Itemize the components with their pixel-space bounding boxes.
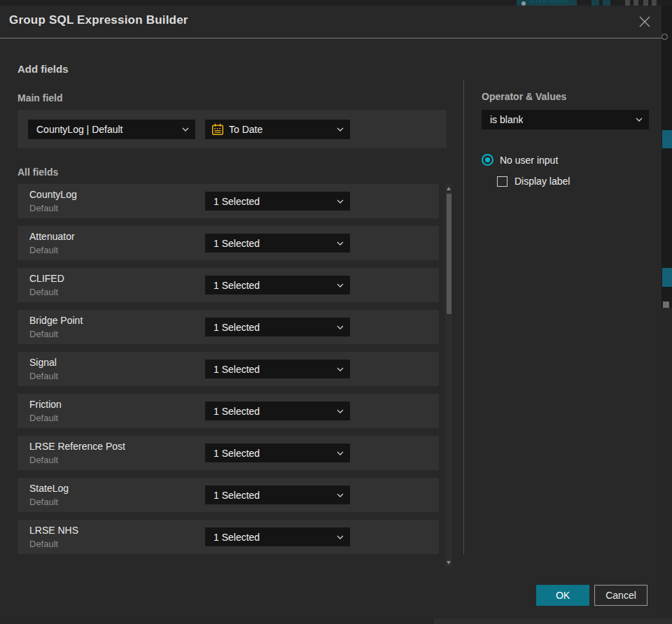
main-field-panel: CountyLog | Default To Date	[18, 110, 447, 148]
field-row: CLIFED Default 1 Selected	[18, 268, 439, 302]
chevron-down-icon	[337, 367, 344, 371]
background-fragment	[434, 618, 672, 624]
main-field-heading: Main field	[18, 92, 63, 104]
live-view-label: Live view	[531, 0, 568, 5]
display-label-checkbox-row[interactable]: Display label	[497, 176, 570, 187]
chevron-down-icon	[337, 283, 344, 288]
field-values-dropdown-value: 1 Selected	[214, 448, 260, 459]
no-user-input-radio[interactable]: No user input	[482, 154, 558, 166]
operator-select[interactable]: is blank	[482, 110, 649, 129]
field-values-dropdown[interactable]: 1 Selected	[205, 276, 350, 295]
cancel-button[interactable]: Cancel	[594, 585, 648, 606]
operator-values-heading: Operator & Values	[482, 91, 566, 102]
dialog-title: Group SQL Expression Builder	[9, 13, 188, 27]
date-type-select-value: To Date	[229, 124, 262, 135]
add-fields-heading: Add fields	[18, 63, 69, 75]
date-type-select[interactable]: To Date	[205, 120, 350, 139]
toolbar-fragment	[643, 0, 648, 6]
chevron-down-icon	[337, 199, 344, 204]
field-values-dropdown-value: 1 Selected	[214, 322, 260, 333]
field-name: StateLog	[29, 483, 69, 494]
field-values-dropdown-value: 1 Selected	[214, 490, 260, 501]
background-fragment	[662, 130, 672, 148]
all-fields-list: CountyLog Default 1 Selected Attenuator …	[18, 184, 439, 562]
group-sql-expression-builder-dialog: Group SQL Expression Builder Add fields …	[0, 6, 662, 618]
field-sublabel: Default	[29, 329, 58, 339]
field-sublabel: Default	[29, 455, 58, 465]
field-name: CountyLog	[29, 189, 77, 200]
chevron-down-icon	[337, 493, 344, 497]
chevron-down-icon	[337, 451, 344, 455]
chevron-down-icon	[337, 325, 344, 329]
close-button[interactable]	[636, 13, 654, 31]
toolbar-fragment	[592, 0, 599, 6]
radio-selected-icon[interactable]	[482, 154, 493, 166]
field-values-dropdown-value: 1 Selected	[214, 364, 260, 375]
live-view-button[interactable]: Live view	[517, 0, 577, 6]
toolbar-fragment	[625, 0, 630, 6]
calendar-icon	[211, 123, 224, 136]
panel-divider	[463, 80, 464, 555]
field-name: Attenuator	[29, 231, 75, 242]
field-values-dropdown[interactable]: 1 Selected	[205, 402, 350, 420]
all-fields-heading: All fields	[18, 166, 58, 178]
toolbar-fragment	[603, 0, 610, 6]
field-name: CLIFED	[29, 273, 64, 284]
scrollbar-up-arrow-icon[interactable]	[447, 187, 451, 190]
main-field-select[interactable]: CountyLog | Default	[28, 120, 195, 139]
field-values-dropdown[interactable]: 1 Selected	[205, 485, 350, 504]
toolbar-fragment	[652, 0, 657, 6]
background-fragment	[662, 268, 672, 287]
screen: Live view Group SQL Expression Builder A…	[0, 0, 672, 624]
field-sublabel: Default	[29, 203, 58, 213]
field-values-dropdown-value: 1 Selected	[214, 196, 260, 207]
field-values-dropdown[interactable]: 1 Selected	[205, 318, 350, 336]
list-scrollbar[interactable]	[445, 184, 452, 567]
field-values-dropdown[interactable]: 1 Selected	[205, 192, 350, 211]
field-sublabel: Default	[29, 413, 58, 423]
field-values-dropdown-value: 1 Selected	[214, 280, 260, 291]
no-user-input-label: No user input	[500, 155, 558, 166]
field-values-dropdown[interactable]: 1 Selected	[205, 527, 350, 546]
chevron-down-icon	[182, 127, 189, 132]
field-row: CountyLog Default 1 Selected	[18, 184, 439, 218]
field-name: LRSE NHS	[29, 525, 78, 536]
field-row: LRSE Reference Post Default 1 Selected	[18, 436, 439, 470]
field-row: LRSE NHS Default 1 Selected	[18, 520, 439, 554]
field-row: Signal Default 1 Selected	[18, 352, 439, 386]
field-sublabel: Default	[29, 245, 58, 255]
close-icon	[638, 15, 652, 29]
chevron-down-icon	[337, 409, 344, 413]
field-sublabel: Default	[29, 287, 58, 297]
field-sublabel: Default	[29, 539, 58, 549]
background-fragment	[662, 34, 668, 40]
background-fragment	[663, 302, 669, 308]
field-sublabel: Default	[29, 497, 58, 507]
background-app-toolbar: Live view	[0, 0, 672, 6]
field-name: LRSE Reference Post	[29, 441, 125, 452]
display-label-label: Display label	[514, 176, 570, 187]
field-values-dropdown-value: 1 Selected	[214, 532, 260, 543]
field-row: Bridge Point Default 1 Selected	[18, 310, 439, 344]
scrollbar-down-arrow-icon[interactable]	[447, 561, 451, 565]
ok-button[interactable]: OK	[536, 585, 589, 606]
field-name: Friction	[29, 399, 62, 410]
field-name: Signal	[29, 357, 57, 368]
field-values-dropdown[interactable]: 1 Selected	[205, 234, 350, 253]
field-values-dropdown-value: 1 Selected	[214, 406, 260, 417]
field-row: Friction Default 1 Selected	[18, 394, 439, 428]
main-field-select-value: CountyLog | Default	[36, 124, 123, 135]
scrollbar-thumb[interactable]	[447, 194, 451, 314]
chevron-down-icon	[636, 118, 643, 122]
chevron-down-icon	[337, 535, 344, 539]
field-values-dropdown[interactable]: 1 Selected	[205, 444, 350, 462]
chevron-down-icon	[337, 241, 344, 246]
field-values-dropdown[interactable]: 1 Selected	[205, 360, 350, 378]
dialog-header: Group SQL Expression Builder	[0, 6, 662, 38]
checkbox-unchecked-icon[interactable]	[497, 176, 507, 187]
field-row: Attenuator Default 1 Selected	[18, 226, 439, 260]
field-row: StateLog Default 1 Selected	[18, 478, 439, 512]
background-app-sidebar	[662, 6, 672, 308]
field-name: Bridge Point	[29, 315, 83, 326]
toolbar-fragment	[634, 0, 638, 6]
